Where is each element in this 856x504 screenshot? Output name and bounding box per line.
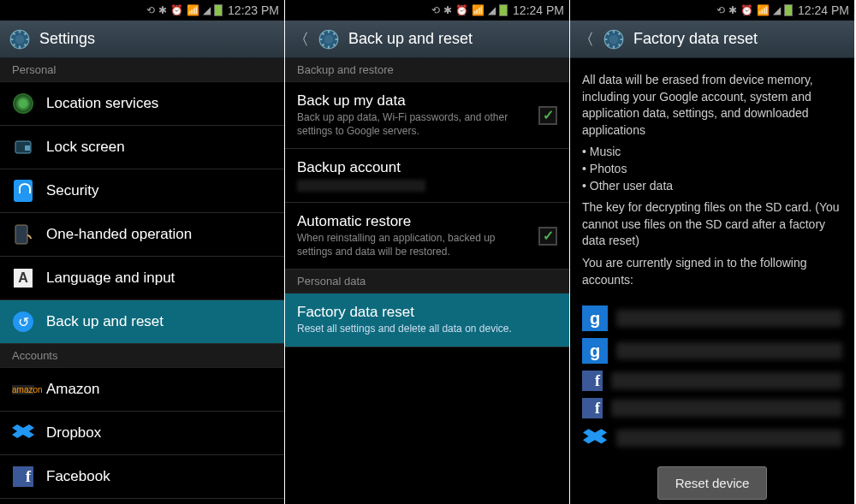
svg-point-6	[324, 34, 334, 44]
redacted-account	[616, 342, 842, 359]
page-title: Factory data reset	[633, 30, 758, 48]
signed-in-text: You are currently signed in to the follo…	[582, 255, 842, 288]
item-label: Back up my data	[297, 92, 526, 110]
sync-icon: ⟲	[146, 4, 155, 16]
item-factory-reset[interactable]: Factory data reset Reset all settings an…	[285, 294, 569, 347]
alarm-icon: ⏰	[455, 4, 468, 16]
bluetooth-icon: ✱	[728, 4, 737, 16]
item-subtitle: Back up app data, Wi-Fi passwords, and o…	[297, 111, 526, 138]
shield-icon	[14, 180, 33, 202]
item-backup-reset[interactable]: ↺ Back up and reset	[0, 300, 284, 344]
back-icon[interactable]: 〈	[579, 29, 594, 50]
account-row-google: g	[570, 302, 854, 335]
item-backup-my-data[interactable]: Back up my data Back up app data, Wi-Fi …	[285, 82, 569, 149]
dropbox-icon	[12, 422, 34, 444]
item-automatic-restore[interactable]: Automatic restore When reinstalling an a…	[285, 203, 569, 270]
clock: 12:24 PM	[798, 3, 849, 17]
item-label: Facebook	[46, 468, 272, 485]
sd-key-text: The key for decrypting files on the SD c…	[582, 199, 842, 250]
dropbox-icon	[582, 425, 608, 451]
bullet-item: Music	[582, 144, 842, 161]
lock-icon	[12, 136, 34, 158]
item-facebook[interactable]: f Facebook	[0, 455, 284, 499]
svg-rect-3	[25, 145, 30, 151]
account-row-dropbox	[570, 422, 854, 454]
screen-factory-reset: ⟲ ✱ ⏰ 📶 ◢ 12:24 PM 〈 Factory data reset …	[570, 0, 855, 504]
wifi-icon: 📶	[757, 4, 770, 16]
item-label: Language and input	[46, 270, 272, 287]
item-security[interactable]: Security	[0, 169, 284, 213]
screen-backup-reset: ⟲ ✱ ⏰ 📶 ◢ 12:24 PM 〈 Back up and reset B…	[285, 0, 570, 504]
bullet-item: Other user data	[582, 178, 842, 195]
backup-icon: ↺	[13, 311, 33, 332]
bullet-list: Music Photos Other user data	[582, 144, 842, 194]
amazon-icon: amazon	[12, 385, 34, 394]
account-row-google: g	[570, 335, 854, 367]
account-row-facebook: f	[570, 394, 854, 422]
gear-icon	[9, 28, 31, 50]
hand-icon	[12, 223, 34, 246]
checkbox-backup-my-data[interactable]	[538, 106, 557, 125]
facebook-icon: f	[582, 398, 603, 418]
item-label: Security	[46, 182, 272, 199]
svg-point-1	[15, 34, 25, 44]
section-backup-restore: Backup and restore	[285, 58, 569, 82]
wifi-icon: 📶	[187, 4, 199, 16]
item-backup-account[interactable]: Backup account	[285, 149, 569, 203]
page-title: Back up and reset	[348, 30, 473, 48]
sync-icon: ⟲	[431, 4, 440, 16]
page-title: Settings	[39, 30, 95, 48]
item-label: Location services	[46, 95, 272, 112]
item-amazon[interactable]: amazon Amazon	[0, 368, 284, 412]
header: 〈 Back up and reset	[285, 21, 569, 58]
redacted-account	[297, 180, 425, 192]
svg-point-8	[609, 34, 619, 44]
svg-rect-4	[15, 225, 27, 244]
item-location-services[interactable]: Location services	[0, 82, 284, 126]
gear-icon	[318, 28, 340, 50]
gear-icon	[603, 28, 625, 50]
item-lock-screen[interactable]: Lock screen	[0, 126, 284, 169]
item-label: Amazon	[46, 381, 272, 398]
item-dropbox[interactable]: Dropbox	[0, 412, 284, 455]
reset-description: All data will be erased from device memo…	[570, 58, 854, 302]
back-icon[interactable]: 〈	[294, 29, 309, 50]
bluetooth-icon: ✱	[443, 4, 452, 16]
item-subtitle: Reset all settings and delete all data o…	[297, 323, 557, 336]
item-label: Back up and reset	[46, 313, 272, 330]
facebook-icon: f	[582, 371, 603, 391]
item-one-handed[interactable]: One-handed operation	[0, 213, 284, 257]
reset-device-button[interactable]: Reset device	[657, 466, 768, 500]
section-personal-data: Personal data	[285, 270, 569, 294]
redacted-account	[616, 430, 842, 447]
item-label: Lock screen	[46, 139, 272, 156]
status-bar: ⟲ ✱ ⏰ 📶 ◢ 12:24 PM	[570, 0, 854, 21]
sync-icon: ⟲	[716, 4, 725, 16]
item-language[interactable]: A Language and input	[0, 257, 284, 300]
battery-icon	[214, 4, 223, 16]
location-icon	[13, 93, 33, 114]
item-label: Dropbox	[46, 424, 272, 442]
screen-settings: ⟲ ✱ ⏰ 📶 ◢ 12:23 PM Settings Personal Loc…	[0, 0, 285, 504]
item-label: Factory data reset	[297, 304, 557, 321]
battery-icon	[784, 4, 793, 16]
redacted-account	[616, 310, 842, 327]
item-subtitle: When reinstalling an application, backed…	[297, 232, 526, 258]
item-label: Automatic restore	[297, 213, 526, 230]
google-icon: g	[582, 305, 608, 331]
signal-icon: ◢	[773, 4, 781, 16]
header: Settings	[0, 21, 284, 58]
item-label: Backup account	[297, 159, 557, 176]
signal-icon: ◢	[488, 4, 496, 16]
checkbox-automatic-restore[interactable]	[538, 227, 557, 246]
signal-icon: ◢	[203, 4, 211, 16]
language-icon: A	[14, 269, 33, 288]
wifi-icon: 📶	[472, 4, 484, 16]
redacted-account	[611, 372, 842, 389]
section-accounts: Accounts	[0, 344, 284, 368]
status-bar: ⟲ ✱ ⏰ 📶 ◢ 12:23 PM	[0, 0, 284, 21]
item-label: One-handed operation	[46, 226, 272, 243]
bluetooth-icon: ✱	[158, 4, 167, 16]
battery-icon	[499, 4, 508, 16]
clock: 12:24 PM	[513, 3, 564, 17]
